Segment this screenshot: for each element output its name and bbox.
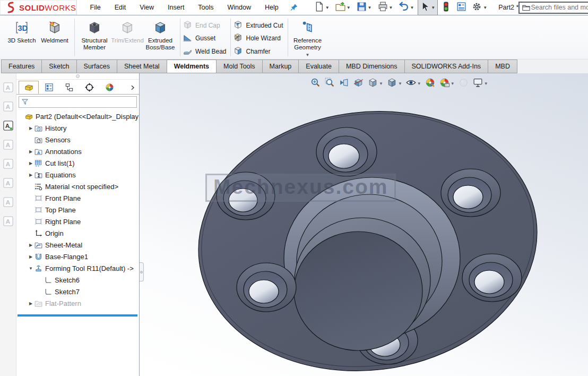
note-star-icon[interactable]: A — [2, 81, 14, 93]
print-button[interactable]: ▼ — [376, 0, 396, 15]
tree-expand-icon[interactable]: ▶ — [28, 243, 33, 247]
note-insert-icon[interactable]: A — [2, 119, 14, 132]
note-stack-icon[interactable]: A — [2, 157, 14, 170]
tree-item-forming-tool-r11-default-[interactable]: ▼Forming Tool R11(Default) -> — [16, 262, 139, 274]
reference-geometry-button[interactable]: Reference Geometry▼ — [291, 17, 324, 57]
tree-item-sensors[interactable]: Sensors — [16, 134, 139, 146]
dimxpertmanager-tab[interactable] — [79, 81, 99, 94]
hide-show-items-dropdown-icon[interactable]: ▼ — [417, 81, 421, 86]
menu-insert[interactable]: Insert — [162, 2, 190, 13]
tab-sketch[interactable]: Sketch — [42, 59, 76, 73]
screen-dropdown-icon[interactable]: ▼ — [484, 81, 488, 86]
save-dropdown-icon[interactable]: ▼ — [368, 5, 372, 10]
note-edit-icon[interactable]: A — [2, 100, 14, 113]
3d-sketch-button[interactable]: 3D3D Sketch — [5, 17, 38, 44]
tree-item-origin[interactable]: Origin — [16, 227, 139, 239]
open-dropdown-icon[interactable]: ▼ — [347, 5, 351, 10]
tab-markup[interactable]: Markup — [263, 59, 299, 73]
chamfer-button[interactable]: Chamfer — [232, 45, 286, 58]
open-button[interactable]: ▼ — [333, 0, 353, 15]
graphics-viewport[interactable]: ▼▼▼▼▼ — [140, 73, 588, 376]
traffic-light-button[interactable] — [439, 0, 453, 15]
tree-filter-input[interactable] — [19, 96, 137, 108]
menu-help[interactable]: Help — [259, 2, 284, 13]
tab-solidworks-add-ins[interactable]: SOLIDWORKS Add-Ins — [405, 59, 489, 73]
link-chain-icon[interactable]: A — [2, 215, 14, 227]
tree-item-equations[interactable]: ▶ΣEquations — [16, 169, 139, 181]
tree-expand-icon[interactable]: ▶ — [28, 126, 33, 131]
apply-scene-button[interactable]: ▼ — [438, 76, 455, 90]
pin-menu-icon[interactable] — [290, 2, 298, 13]
search-box[interactable]: ▼ — [518, 2, 588, 14]
configurationmanager-tab[interactable] — [59, 81, 79, 94]
panel-expand-icon[interactable] — [127, 84, 138, 91]
screen-button[interactable]: ▼ — [472, 76, 489, 90]
tab-mbd-dimensions[interactable]: MBD Dimensions — [339, 59, 405, 73]
display-style-button[interactable]: ▼ — [386, 76, 403, 90]
tree-expand-icon[interactable]: ▶ — [28, 161, 33, 166]
tree-item-top-plane[interactable]: Top Plane — [16, 204, 139, 216]
view-orientation-button[interactable]: ▼ — [367, 76, 384, 90]
tree-item-annotations[interactable]: ▶AAnnotations — [16, 146, 139, 157]
copy-settings-icon[interactable]: A — [2, 176, 14, 189]
new-document-button[interactable]: ▼ — [312, 0, 332, 15]
tab-sheet-metal[interactable]: Sheet Metal — [117, 59, 167, 73]
new-document-dropdown-icon[interactable]: ▼ — [325, 5, 330, 10]
select-dropdown-icon[interactable]: ▼ — [431, 5, 435, 10]
weld-bead-button[interactable]: Weld Bead — [181, 45, 229, 58]
note-pattern-icon[interactable]: A — [2, 195, 14, 208]
tree-item-sketch6[interactable]: Sketch6 — [16, 274, 139, 286]
tree-item-material-not-specified-[interactable]: Material <not specified> — [16, 181, 139, 192]
structural-member-button[interactable]: Structural Member — [78, 17, 111, 51]
print-dropdown-icon[interactable]: ▼ — [389, 5, 393, 10]
view-orientation-dropdown-icon[interactable]: ▼ — [379, 81, 383, 86]
menu-file[interactable]: File — [84, 2, 107, 13]
panel-collapse-handle[interactable] — [140, 262, 144, 281]
tab-mold-tools[interactable]: Mold Tools — [217, 59, 263, 73]
tree-item-front-plane[interactable]: Front Plane — [16, 192, 139, 204]
extruded-cut-button[interactable]: Extruded Cut — [232, 19, 286, 32]
tab-weldments[interactable]: Weldments — [167, 59, 217, 73]
select-button[interactable]: ▼ — [418, 0, 438, 15]
undo-dropdown-icon[interactable]: ▼ — [410, 5, 414, 10]
options-gear-dropdown-icon[interactable]: ▼ — [483, 5, 487, 10]
options-gear-button[interactable]: ▼ — [470, 0, 490, 15]
search-input[interactable] — [531, 4, 588, 11]
tree-item-base-flange1[interactable]: ▶Base-Flange1 — [16, 251, 139, 262]
tree-item-part2-default-default-display-[interactable]: Part2 (Default<<Default>_Display Sta — [16, 110, 139, 122]
hide-show-items-button[interactable]: ▼ — [405, 76, 422, 90]
menu-view[interactable]: View — [134, 2, 160, 13]
hole-wizard-button[interactable]: Hole Wizard — [232, 32, 286, 45]
tree-expand-icon[interactable]: ▶ — [28, 149, 33, 154]
tree-expand-icon[interactable]: ▼ — [28, 266, 33, 271]
panel-splitter[interactable] — [16, 73, 139, 80]
tree-expand-icon[interactable]: ▶ — [28, 254, 33, 259]
tree-item-flat-pattern[interactable]: ▶Flat-Pattern — [16, 297, 139, 309]
application-menu[interactable]: SOLIDWORKS — [0, 0, 77, 15]
edit-appearance-button[interactable] — [424, 76, 436, 90]
tree-expand-icon[interactable]: ▶ — [28, 301, 33, 306]
part-model[interactable] — [140, 73, 588, 376]
tab-mbd[interactable]: MBD — [488, 59, 517, 73]
gusset-button[interactable]: Gusset — [181, 32, 229, 45]
tree-item-sheet-metal[interactable]: ▶Sheet-Metal — [16, 239, 139, 251]
featuremanager-tab[interactable] — [19, 81, 39, 94]
menu-tools[interactable]: Tools — [192, 2, 219, 13]
tree-item-history[interactable]: ▶History — [16, 122, 139, 134]
note-add-icon[interactable]: A — [2, 138, 14, 151]
apply-scene-dropdown-icon[interactable]: ▼ — [451, 81, 455, 86]
undo-button[interactable]: ▼ — [396, 0, 417, 15]
zoom-to-area-button[interactable] — [324, 76, 336, 90]
section-view-button[interactable] — [352, 76, 365, 90]
menu-edit[interactable]: Edit — [109, 2, 132, 13]
tree-expand-icon[interactable]: ▶ — [28, 173, 33, 177]
tab-evaluate[interactable]: Evaluate — [299, 59, 339, 73]
previous-view-button[interactable] — [338, 76, 350, 90]
view-options-list-button[interactable] — [454, 0, 469, 15]
propertymanager-tab[interactable] — [39, 81, 59, 94]
weldment-button[interactable]: Weldment — [38, 17, 71, 44]
menu-window[interactable]: Window — [222, 2, 257, 13]
tab-surfaces[interactable]: Surfaces — [77, 59, 117, 73]
displaymanager-tab[interactable] — [99, 81, 119, 94]
tab-features[interactable]: Features — [1, 59, 42, 73]
